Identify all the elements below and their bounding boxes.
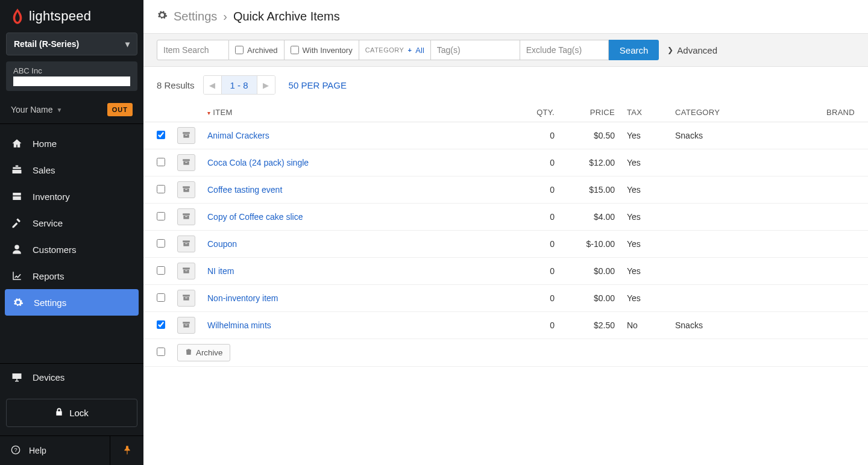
- lock-button[interactable]: Lock: [6, 399, 137, 427]
- col-header-brand[interactable]: BRAND: [802, 103, 868, 122]
- archive-box-icon: [182, 293, 190, 303]
- nav-service[interactable]: Service: [0, 210, 143, 236]
- pager: ◀ 1 - 8 ▶: [203, 75, 275, 95]
- with-inventory-checkbox[interactable]: [291, 46, 299, 54]
- svg-rect-20: [183, 295, 190, 296]
- row-archive-button[interactable]: [177, 127, 195, 144]
- sort-indicator-icon: ▾: [207, 110, 210, 116]
- archived-filter[interactable]: Archived: [229, 40, 285, 60]
- with-inventory-label: With Inventory: [303, 46, 353, 55]
- series-selector[interactable]: Retail (R-Series) ▾: [6, 33, 137, 55]
- col-header-item[interactable]: ▾ITEM: [201, 103, 506, 122]
- item-link[interactable]: Copy of Coffee cake slice: [207, 212, 303, 222]
- tags-input[interactable]: [431, 40, 520, 60]
- item-link[interactable]: Coffee tasting event: [207, 185, 282, 195]
- cell-qty: 0: [506, 231, 561, 258]
- svg-rect-8: [183, 186, 190, 188]
- row-archive-button[interactable]: [177, 208, 195, 225]
- svg-rect-21: [183, 297, 189, 301]
- nav-inventory[interactable]: Inventory: [0, 183, 143, 210]
- col-header-tax[interactable]: TAX: [621, 103, 669, 122]
- nav-label: Home: [33, 139, 57, 149]
- svg-rect-19: [185, 270, 187, 271]
- archive-button[interactable]: Archive: [177, 344, 230, 361]
- search-button[interactable]: Search: [609, 40, 659, 60]
- cell-price: $12.00: [561, 149, 621, 176]
- pager-range[interactable]: 1 - 8: [222, 76, 257, 94]
- hammer-icon: [11, 217, 23, 229]
- row-archive-button[interactable]: [177, 181, 195, 198]
- cell-price: $15.00: [561, 176, 621, 204]
- lock-icon: [55, 408, 63, 418]
- item-search-input[interactable]: [157, 40, 229, 60]
- archive-box-icon: [182, 212, 190, 222]
- clock-out-badge[interactable]: OUT: [107, 103, 133, 116]
- nav-sales[interactable]: Sales: [0, 157, 143, 183]
- nav-label: Reports: [33, 271, 64, 281]
- chevron-down-icon: ▼: [57, 107, 63, 113]
- col-header-qty[interactable]: QTY.: [506, 103, 561, 122]
- cell-price: $2.50: [561, 312, 621, 339]
- row-checkbox[interactable]: [157, 131, 165, 139]
- svg-rect-25: [185, 325, 187, 325]
- exclude-tags-input[interactable]: [520, 40, 609, 60]
- pin-button[interactable]: [110, 436, 143, 465]
- cell-qty: 0: [506, 204, 561, 231]
- svg-rect-4: [185, 135, 187, 136]
- item-link[interactable]: Wilhelmina mints: [207, 320, 271, 330]
- cell-tax: Yes: [621, 176, 669, 204]
- cell-tax: Yes: [621, 122, 669, 149]
- row-archive-button[interactable]: [177, 263, 195, 279]
- row-checkbox[interactable]: [157, 212, 165, 220]
- row-archive-button[interactable]: [177, 290, 195, 307]
- company-register-block[interactable]: ABC Inc Register 1: [6, 61, 137, 91]
- logo[interactable]: lightspeed: [0, 8, 143, 33]
- cell-brand: [802, 149, 868, 176]
- nav-customers[interactable]: Customers: [0, 236, 143, 263]
- item-link[interactable]: Coupon: [207, 239, 237, 249]
- archived-checkbox[interactable]: [235, 46, 244, 54]
- nav-settings[interactable]: Settings: [5, 289, 139, 316]
- row-checkbox[interactable]: [157, 320, 165, 329]
- row-checkbox[interactable]: [157, 185, 165, 193]
- category-all: All: [415, 46, 424, 55]
- nav-reports[interactable]: Reports: [0, 263, 143, 289]
- row-checkbox[interactable]: [157, 239, 165, 248]
- col-header-category[interactable]: CATEGORY: [669, 103, 802, 122]
- row-archive-button[interactable]: [177, 317, 195, 334]
- pager-next-button[interactable]: ▶: [257, 76, 275, 94]
- row-archive-button[interactable]: [177, 236, 195, 252]
- cell-qty: 0: [506, 312, 561, 339]
- cash-register-icon: [11, 164, 23, 176]
- row-checkbox[interactable]: [157, 293, 165, 302]
- row-checkbox[interactable]: [157, 158, 165, 166]
- category-filter[interactable]: CATEGORY +All: [359, 40, 431, 60]
- with-inventory-filter[interactable]: With Inventory: [285, 40, 359, 60]
- user-menu[interactable]: Your Name ▼: [11, 105, 62, 114]
- col-header-price[interactable]: PRICE: [561, 103, 621, 122]
- company-name: ABC Inc: [13, 66, 130, 75]
- select-all-footer-checkbox[interactable]: [157, 348, 165, 356]
- nav-devices[interactable]: Devices: [0, 364, 143, 390]
- cell-qty: 0: [506, 285, 561, 312]
- advanced-toggle[interactable]: ❯ Advanced: [659, 40, 726, 60]
- archive-box-icon: [182, 158, 190, 167]
- archived-label: Archived: [247, 46, 278, 55]
- row-checkbox[interactable]: [157, 266, 165, 275]
- cell-brand: [802, 176, 868, 204]
- table-row: Coca Cola (24 pack) single0$12.00Yes: [143, 149, 868, 176]
- chevron-left-icon: ◀: [209, 81, 215, 90]
- item-link[interactable]: Non-inventory item: [207, 293, 278, 303]
- nav-home[interactable]: Home: [0, 130, 143, 157]
- item-link[interactable]: Animal Crackers: [207, 131, 269, 140]
- per-page-selector[interactable]: 50 PER PAGE: [289, 80, 347, 90]
- item-link[interactable]: NI item: [207, 266, 234, 276]
- breadcrumb-parent[interactable]: Settings: [174, 10, 217, 23]
- row-archive-button[interactable]: [177, 154, 195, 171]
- pager-prev-button[interactable]: ◀: [204, 76, 222, 94]
- item-link[interactable]: Coca Cola (24 pack) single: [207, 158, 309, 167]
- help-button[interactable]: ? Help: [0, 437, 110, 465]
- table-row: NI item0$0.00Yes: [143, 258, 868, 285]
- gear-icon: [157, 10, 168, 23]
- table-row: Animal Crackers0$0.50YesSnacks: [143, 122, 868, 149]
